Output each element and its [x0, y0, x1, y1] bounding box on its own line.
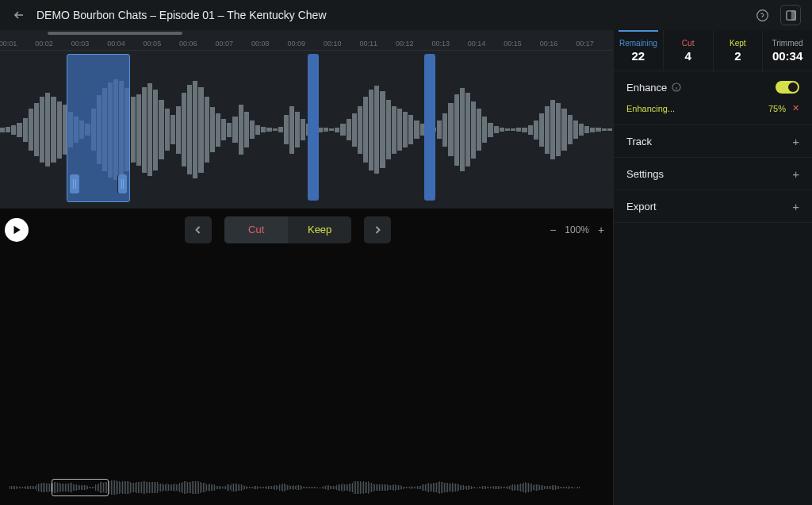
- ruler-tick: 00:08: [251, 40, 270, 48]
- ruler-tick: 00:13: [431, 40, 450, 48]
- enhance-status-text: Enhancing...: [626, 104, 675, 113]
- ruler-tick: 00:12: [396, 40, 414, 48]
- selection-region[interactable]: [67, 54, 130, 202]
- svg-rect-2: [791, 10, 795, 19]
- stat-value: 2: [734, 49, 741, 63]
- stat-trimmed[interactable]: Trimmed 00:34: [763, 30, 812, 71]
- detail-pane: [0, 251, 613, 505]
- ruler-tick: 00:04: [107, 40, 125, 48]
- marker-region[interactable]: [424, 54, 435, 201]
- stat-kept[interactable]: Kept 2: [714, 30, 764, 71]
- keep-button[interactable]: Keep: [288, 216, 351, 243]
- enhance-title: Enhance: [626, 82, 667, 94]
- zoom-in-button[interactable]: +: [596, 224, 607, 236]
- ruler-tick: 00:07: [216, 40, 234, 48]
- back-button[interactable]: [11, 7, 27, 23]
- stat-label: Cut: [682, 39, 695, 48]
- stat-value: 22: [632, 49, 645, 63]
- play-button[interactable]: [5, 218, 29, 242]
- ruler-tick: 00:09: [287, 40, 305, 48]
- ruler-tick: 00:06: [179, 40, 197, 48]
- stat-value: 00:34: [772, 49, 802, 63]
- ruler-tick: 00:05: [144, 40, 162, 48]
- enhance-toggle[interactable]: [776, 81, 799, 94]
- overview-waveform[interactable]: [10, 476, 603, 499]
- cut-keep-toggle[interactable]: Cut Keep: [224, 216, 351, 243]
- selection-handle-left[interactable]: [70, 174, 79, 193]
- stat-label: Trimmed: [772, 39, 803, 48]
- ruler-tick: 00:15: [504, 40, 522, 48]
- zoom-level: 100%: [565, 224, 589, 235]
- ruler-tick: 00:17: [576, 40, 594, 48]
- overview-viewport[interactable]: [52, 479, 109, 496]
- ruler-tick: 00:10: [324, 40, 342, 48]
- stat-remaining[interactable]: Remaining 22: [614, 30, 664, 71]
- stat-label: Kept: [730, 39, 746, 48]
- selection-handle-right[interactable]: [117, 174, 127, 193]
- export-accordion[interactable]: Export +: [626, 190, 799, 222]
- stat-value: 4: [684, 49, 691, 63]
- ruler-tick: 00:02: [35, 40, 53, 48]
- cut-button[interactable]: Cut: [224, 216, 288, 243]
- expand-icon: +: [792, 200, 799, 213]
- panel-toggle-icon[interactable]: [780, 5, 801, 25]
- ruler-scrollbar-thumb[interactable]: [48, 32, 182, 35]
- expand-icon: +: [792, 135, 799, 148]
- waveform-editor[interactable]: 00:0100:0200:0300:0400:0500:0600:0700:08…: [0, 30, 613, 209]
- next-button[interactable]: [364, 216, 391, 243]
- cancel-enhance-button[interactable]: ✕: [792, 103, 799, 113]
- zoom-out-button[interactable]: −: [547, 224, 558, 236]
- ruler-tick: 00:14: [468, 40, 486, 48]
- marker-region[interactable]: [308, 54, 319, 201]
- ruler-tick: 00:11: [359, 40, 377, 48]
- expand-icon: +: [792, 167, 799, 181]
- track-label: Track: [626, 136, 652, 147]
- page-title: DEMO Bourbon Chats – Episode 01 – The Ke…: [36, 9, 742, 21]
- settings-accordion[interactable]: Settings +: [626, 158, 799, 189]
- enhance-percent: 75%: [768, 104, 786, 113]
- track-accordion[interactable]: Track +: [626, 125, 799, 157]
- info-icon[interactable]: [672, 82, 681, 92]
- timeline-ruler[interactable]: 00:0100:0200:0300:0400:0500:0600:0700:08…: [0, 30, 613, 51]
- stat-label: Remaining: [619, 39, 657, 48]
- ruler-tick: 00:03: [71, 40, 90, 48]
- settings-label: Settings: [626, 168, 664, 180]
- stat-cut[interactable]: Cut 4: [664, 30, 714, 71]
- help-icon[interactable]: [752, 5, 772, 25]
- ruler-tick: 00:16: [540, 40, 558, 48]
- export-label: Export: [626, 201, 657, 212]
- prev-button[interactable]: [185, 216, 212, 243]
- ruler-tick: 00:01: [0, 40, 17, 48]
